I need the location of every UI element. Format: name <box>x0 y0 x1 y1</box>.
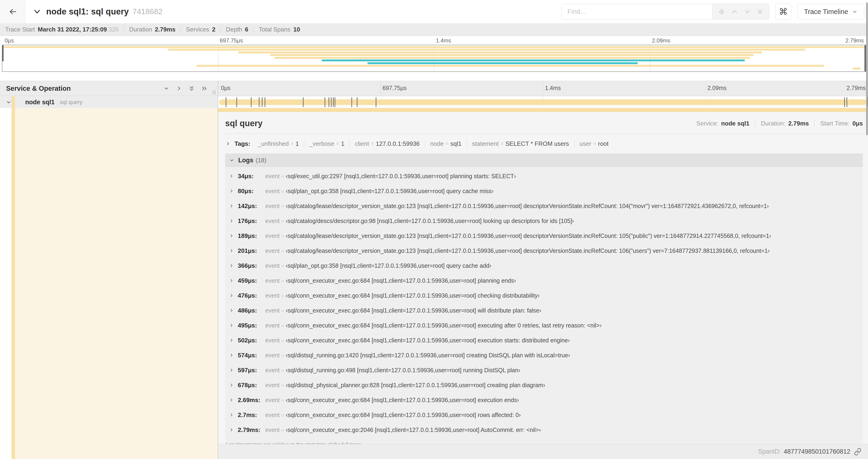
log-entry[interactable]: 2.7ms:event=‹sql/conn_executor_exec.go:6… <box>225 407 863 422</box>
log-event-marker[interactable] <box>265 97 265 107</box>
log-entry[interactable]: 502μs:event=‹sql/conn_executor_exec.go:6… <box>225 333 863 348</box>
trace-info-item: Trace StartMarch 31 2022, 17:25:09.326 <box>5 26 119 33</box>
find-input[interactable] <box>562 4 712 19</box>
log-event-value: event=‹sql/conn_executor_exec.go:684 [ns… <box>265 412 521 418</box>
log-value: ‹sql/exec_util.go:2297 [nsql1,client=127… <box>286 173 516 179</box>
collapse-controls <box>163 81 208 96</box>
log-value: ‹sql/conn_executor_exec.go:684 [nsql1,cl… <box>286 292 539 299</box>
log-entry[interactable]: 486μs:event=‹sql/conn_executor_exec.go:6… <box>225 303 863 318</box>
log-event-marker[interactable] <box>251 97 251 107</box>
trace-page: node sql1: sql query 7418682 ⌘ Trace Tim… <box>0 0 868 459</box>
chevron-right-icon <box>229 278 234 283</box>
prev-result-icon[interactable] <box>731 8 738 15</box>
chevron-down-icon[interactable] <box>6 99 12 105</box>
span-row: node sql1 sql query <box>0 96 868 108</box>
keyboard-shortcuts-button[interactable]: ⌘ <box>775 4 791 20</box>
log-entry[interactable]: 34μs:event=‹sql/exec_util.go:2297 [nsql1… <box>225 169 863 184</box>
tag-item: node=sql1 <box>425 140 467 147</box>
log-entry[interactable]: 201μs:event=‹sql/catalog/lease/descripto… <box>225 243 863 258</box>
log-event-marker[interactable] <box>333 97 334 107</box>
log-key: event <box>265 188 280 194</box>
overview-value: 0μs <box>852 120 863 127</box>
log-event-marker[interactable] <box>262 97 262 107</box>
chevron-right-icon <box>229 218 234 223</box>
minimap-canvas[interactable] <box>2 45 866 72</box>
log-event-marker[interactable] <box>335 97 335 107</box>
log-event-value: event=‹sql/conn_executor_exec.go:684 [ns… <box>265 307 541 314</box>
log-entry[interactable]: 495μs:event=‹sql/conn_executor_exec.go:6… <box>225 318 863 333</box>
log-entry[interactable]: 2.69ms:event=‹sql/conn_executor_exec.go:… <box>225 393 863 407</box>
logs-header[interactable]: Logs (18) <box>225 154 863 167</box>
equals-sign: = <box>281 204 284 209</box>
log-entry[interactable]: 574μs:event=‹sql/distsql_running.go:1420… <box>225 348 863 363</box>
log-value: ‹sql/plan_opt.go:358 [nsql1,client=127.0… <box>286 262 491 269</box>
page-title: node sql1: sql query <box>46 7 129 17</box>
collapse-all-icon[interactable] <box>188 85 195 92</box>
minimap-span-bar <box>322 60 745 61</box>
trace-info-label: Services <box>186 26 209 33</box>
tag-key: _verbose <box>309 140 334 147</box>
span-bar-cell[interactable] <box>218 96 868 108</box>
clear-search-icon[interactable] <box>757 8 763 15</box>
overview-label: Start Time: <box>820 120 849 127</box>
view-select-label: Trace Timeline <box>804 8 848 15</box>
minimap-span-bar <box>853 68 861 69</box>
equals-sign: = <box>281 398 284 403</box>
tag-value: 1 <box>341 140 344 147</box>
log-event-value: event=‹sql/conn_executor_exec.go:684 [ns… <box>265 397 519 403</box>
log-key: event <box>265 382 280 388</box>
log-timestamp: 459μs: <box>238 277 262 284</box>
log-event-marker[interactable] <box>329 97 329 107</box>
minimap-drag-handle-right[interactable] <box>865 45 866 71</box>
detail-row-tint <box>15 108 218 459</box>
tags-row[interactable]: Tags: _unfinished=1_verbose=1client=127.… <box>225 140 863 147</box>
column-resize-grip[interactable] <box>213 90 215 94</box>
view-select-button[interactable]: Trace Timeline <box>797 4 864 20</box>
next-result-icon[interactable] <box>744 8 751 15</box>
log-event-marker[interactable] <box>259 97 259 107</box>
log-event-marker[interactable] <box>376 97 376 107</box>
log-event-marker[interactable] <box>226 97 226 107</box>
log-event-marker[interactable] <box>844 97 845 107</box>
service-color-stripe <box>12 96 15 108</box>
chevron-right-icon <box>229 427 234 432</box>
log-event-marker[interactable] <box>324 97 325 107</box>
log-entry[interactable]: 678μs:event=‹sql/distsql_physical_planne… <box>225 378 863 393</box>
axis-tick-label: 697.75μs <box>382 85 406 91</box>
back-button[interactable] <box>0 0 26 23</box>
span-duration-bar[interactable] <box>219 99 867 105</box>
tag-value: SELECT * FROM users <box>505 140 569 147</box>
vertical-scrollbar[interactable] <box>866 2 868 135</box>
log-entry[interactable]: 597μs:event=‹sql/distsql_running.go:498 … <box>225 363 863 378</box>
trace-info-label: Duration <box>129 26 152 33</box>
link-icon[interactable] <box>854 448 862 456</box>
log-entry[interactable]: 80μs:event=‹sql/plan_opt.go:358 [nsql1,c… <box>225 184 863 198</box>
trace-info-value: 2 <box>212 26 215 33</box>
log-entry[interactable]: 142μs:event=‹sql/catalog/lease/descripto… <box>225 198 863 214</box>
log-event-marker[interactable] <box>357 97 358 107</box>
log-event-value: event=‹sql/catalog/lease/descriptor_vers… <box>265 233 771 239</box>
log-entry[interactable]: 189μs:event=‹sql/catalog/lease/descripto… <box>225 228 863 243</box>
minimap-drag-handle-left[interactable] <box>2 45 3 61</box>
log-event-marker[interactable] <box>846 97 847 107</box>
log-key: event <box>265 262 280 269</box>
expand-all-icon[interactable] <box>201 85 208 92</box>
log-event-marker[interactable] <box>236 97 237 107</box>
chevron-down-icon[interactable] <box>33 8 41 15</box>
locate-icon[interactable] <box>718 8 725 15</box>
log-value: ‹sql/catalog/lease/descriptor_version_st… <box>286 203 769 209</box>
log-entry[interactable]: 2.79ms:event=‹sql/conn_executor_exec.go:… <box>225 422 863 437</box>
collapse-one-icon[interactable] <box>163 85 169 92</box>
trace-info-bar: Trace StartMarch 31 2022, 17:25:09.326Du… <box>0 23 868 36</box>
equals-sign: = <box>281 174 284 179</box>
tag-key: user <box>580 140 591 147</box>
log-event-marker[interactable] <box>351 97 352 107</box>
span-row-name-cell[interactable]: node sql1 sql query <box>0 96 218 108</box>
log-event-marker[interactable] <box>331 97 332 107</box>
log-event-marker[interactable] <box>303 97 304 107</box>
expand-one-icon[interactable] <box>176 85 182 92</box>
log-entry[interactable]: 366μs:event=‹sql/plan_opt.go:358 [nsql1,… <box>225 258 863 273</box>
log-entry[interactable]: 176μs:event=‹sql/catalog/descs/descripto… <box>225 214 863 228</box>
log-entry[interactable]: 476μs:event=‹sql/conn_executor_exec.go:6… <box>225 288 863 303</box>
log-entry[interactable]: 459μs:event=‹sql/conn_executor_exec.go:6… <box>225 273 863 288</box>
